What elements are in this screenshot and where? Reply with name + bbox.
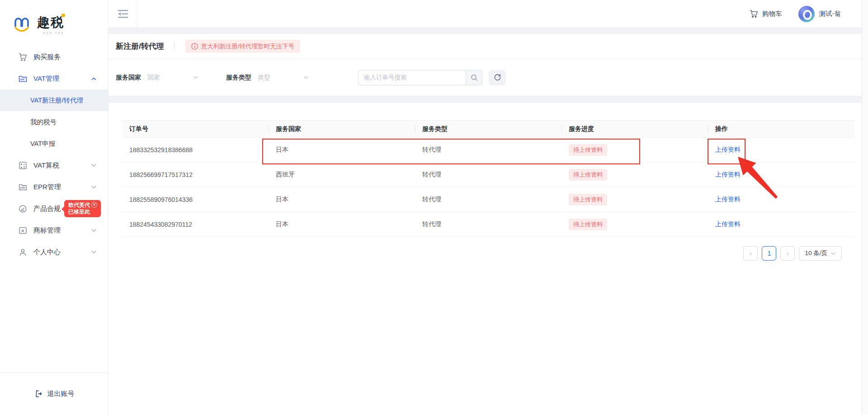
type-cell: 转代理 [415, 163, 561, 187]
sidebar-item-product-compliance[interactable]: 产品合规 欧代英代✕已移至此 [0, 198, 108, 219]
badge-close-icon[interactable]: ✕ [91, 202, 97, 208]
sidebar-item-label: 商标管理 [33, 226, 61, 235]
sidebar-menu: 购买服务 VAT VAT管理 VAT新注册/转代理 我的税号 VAT申报 VAT… [0, 46, 108, 263]
next-page-button[interactable]: › [780, 246, 795, 261]
logo-accent-dot [61, 14, 65, 17]
svg-text:EPR: EPR [20, 187, 25, 189]
sidebar-subitem-vat-new-registration[interactable]: VAT新注册/转代理 [0, 89, 108, 111]
column-header-type: 服务类型 [415, 121, 561, 138]
status-badge: 待上传资料 [569, 219, 607, 230]
upload-data-link[interactable]: 上传资料 [715, 196, 741, 203]
upload-data-link[interactable]: 上传资料 [715, 146, 741, 153]
sidebar-item-trademark-management[interactable]: R 商标管理 [0, 219, 108, 241]
sidebar-item-vat-calculator[interactable]: VAT算税 [0, 154, 108, 176]
table-row: 188245433082970112 日本 转代理 待上传资料 上传资料 [122, 212, 854, 237]
order-search-input[interactable] [358, 70, 466, 85]
sidebar-subitem-my-tax-ids[interactable]: 我的税号 [0, 111, 108, 133]
chevron-down-icon [91, 164, 96, 167]
orders-card: 订单号 服务国家 服务类型 服务进度 操作 188332532918386688… [108, 103, 862, 415]
country-cell: 日本 [269, 138, 415, 163]
trademark-folder-icon: R [18, 226, 28, 235]
chevron-down-icon [831, 252, 836, 255]
divider [174, 42, 175, 50]
country-cell: 日本 [269, 187, 415, 212]
type-select[interactable]: 类型 [258, 74, 308, 82]
pagination: ‹ 1 › 10 条/页 [122, 246, 842, 261]
user-menu[interactable]: 测试-翁 [798, 6, 841, 22]
type-cell: 转代理 [415, 212, 561, 237]
search-icon [471, 74, 478, 81]
sidebar-item-buy-services[interactable]: 购买服务 [0, 46, 108, 68]
check-circle-icon [18, 204, 28, 214]
order-no-cell: 188255890976014336 [122, 187, 269, 212]
country-cell: 日本 [269, 212, 415, 237]
chevron-down-icon [91, 251, 96, 254]
country-select[interactable]: 国家 [147, 74, 198, 82]
logo-mark-icon [13, 15, 33, 33]
sidebar-subitem-vat-filing[interactable]: VAT申报 [0, 133, 108, 154]
svg-text:VAT: VAT [20, 78, 25, 81]
logo: 趣税 FUN·TAX [0, 0, 108, 38]
logout-button[interactable]: 退出账号 [0, 372, 108, 415]
page-size-select[interactable]: 10 条/页 [799, 246, 842, 261]
table-row: 188255890976014336 日本 转代理 待上传资料 上传资料 [122, 187, 854, 212]
country-cell: 西班牙 [269, 163, 415, 187]
chevron-up-icon [91, 77, 96, 80]
prev-page-button[interactable]: ‹ [743, 246, 758, 261]
epr-folder-icon: EPR [18, 182, 28, 192]
sidebar-item-vat-management[interactable]: VAT VAT管理 [0, 68, 108, 89]
upload-data-link[interactable]: 上传资料 [715, 220, 741, 228]
sidebar-item-label: VAT算税 [33, 161, 59, 170]
status-badge: 待上传资料 [569, 144, 607, 156]
column-header-progress: 服务进度 [561, 121, 708, 138]
sidebar-subitem-label: VAT新注册/转代理 [30, 96, 83, 105]
calculator-icon [18, 161, 28, 170]
cart-button[interactable]: 购物车 [749, 9, 782, 19]
cart-icon [749, 9, 759, 19]
chevron-down-icon [303, 76, 308, 79]
user-icon [18, 247, 28, 257]
refresh-icon [494, 74, 501, 81]
page-header-card: 新注册/转代理 意大利新注册/转代理暂时无法下号 服务国家 国家 服务类型 类型 [108, 34, 862, 96]
sidebar-collapse-button[interactable] [108, 0, 137, 28]
topbar: 购物车 测试-翁 [108, 0, 862, 28]
chevron-down-icon [91, 186, 96, 189]
sidebar-item-label: VAT管理 [33, 75, 59, 83]
logo-text: 趣税 [37, 14, 64, 31]
notice-banner: 意大利新注册/转代理暂时无法下号 [185, 40, 300, 53]
vat-folder-icon: VAT [18, 74, 28, 84]
logout-label: 退出账号 [47, 390, 75, 398]
chevron-down-icon [193, 76, 198, 79]
info-icon [191, 43, 198, 50]
table-row: 188256699717517312 西班牙 转代理 待上传资料 上传资料 [122, 163, 854, 187]
column-header-actions: 操作 [708, 121, 854, 138]
orders-table: 订单号 服务国家 服务类型 服务进度 操作 188332532918386688… [122, 120, 854, 237]
upload-data-link[interactable]: 上传资料 [715, 171, 741, 178]
main-area: 购物车 测试-翁 新注册/转代理 意大利新注册/转代理暂时无法下号 服务国家 [108, 0, 862, 415]
order-no-cell: 188332532918386688 [122, 138, 269, 163]
type-filter-label: 服务类型 [226, 74, 251, 82]
vertical-scrollbar[interactable] [862, 0, 868, 415]
status-badge: 待上传资料 [569, 169, 607, 181]
svg-text:R: R [21, 229, 24, 233]
sidebar-item-personal-center[interactable]: 个人中心 [0, 241, 108, 263]
refresh-button[interactable] [489, 70, 506, 85]
column-header-order-no: 订单号 [122, 121, 269, 138]
type-cell: 转代理 [415, 187, 561, 212]
page-title: 新注册/转代理 [116, 41, 164, 51]
column-header-country: 服务国家 [269, 121, 415, 138]
search-button[interactable] [466, 70, 482, 85]
moved-here-badge[interactable]: 欧代英代✕已移至此 [64, 200, 101, 217]
logout-icon [34, 389, 43, 398]
country-filter-label: 服务国家 [116, 74, 141, 82]
sidebar-subitem-label: VAT申报 [30, 140, 55, 148]
notice-text: 意大利新注册/转代理暂时无法下号 [201, 42, 294, 51]
cart-label: 购物车 [762, 9, 782, 18]
current-page-button[interactable]: 1 [762, 246, 776, 261]
sidebar: 趣税 FUN·TAX 购买服务 VAT VAT管理 VAT新注册/转代理 我的税… [0, 0, 108, 415]
app-window: 趣税 FUN·TAX 购买服务 VAT VAT管理 VAT新注册/转代理 我的税… [0, 0, 868, 415]
menu-fold-icon [118, 10, 128, 18]
order-no-cell: 188256699717517312 [122, 163, 269, 187]
type-cell: 转代理 [415, 138, 561, 163]
sidebar-item-epr-management[interactable]: EPR EPR管理 [0, 176, 108, 198]
